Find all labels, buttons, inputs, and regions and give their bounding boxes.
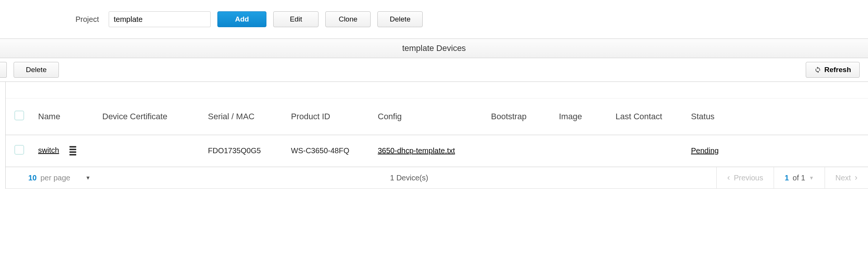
header-cert[interactable]: Device Certificate: [97, 98, 203, 135]
table-row: switch FDO1735Q0G5 WS-C3650-48FQ 3650-dh…: [6, 135, 868, 167]
next-button[interactable]: Next ›: [825, 167, 868, 188]
project-toolbar: Project Add Edit Clone Delete: [0, 0, 868, 38]
page-of: of 1: [793, 174, 805, 182]
previous-label: Previous: [734, 174, 763, 182]
delete-project-button[interactable]: Delete: [377, 11, 423, 27]
cell-image: [554, 135, 610, 167]
header-last-contact[interactable]: Last Contact: [610, 98, 686, 135]
header-product[interactable]: Product ID: [286, 98, 372, 135]
cell-product: WS-C3650-48FQ: [286, 135, 372, 167]
previous-button[interactable]: ‹ Previous: [716, 167, 774, 188]
table-header-row: Name Device Certificate Serial / MAC Pro…: [6, 98, 868, 135]
refresh-button[interactable]: Refresh: [806, 62, 860, 78]
row-checkbox-cell: [6, 135, 33, 167]
cell-last-contact: [610, 135, 686, 167]
per-page-control[interactable]: 10 per page ▼: [6, 167, 102, 188]
pager: 10 per page ▼ 1 Device(s) ‹ Previous 1 o…: [6, 167, 868, 189]
device-table: Name Device Certificate Serial / MAC Pro…: [6, 98, 868, 167]
edit-button[interactable]: Edit: [273, 11, 319, 27]
page-indicator[interactable]: 1 of 1 ▼: [774, 167, 824, 188]
project-label: Project: [75, 15, 99, 24]
pager-summary: 1 Device(s): [102, 167, 716, 188]
header-image[interactable]: Image: [554, 98, 610, 135]
cell-cert: [97, 135, 203, 167]
cell-config: 3650-dhcp-template.txt: [372, 135, 486, 167]
table-spacer: [6, 82, 868, 98]
page-current: 1: [785, 174, 789, 182]
refresh-label: Refresh: [824, 66, 851, 74]
config-link[interactable]: 3650-dhcp-template.txt: [378, 146, 455, 155]
cell-name: switch: [33, 135, 97, 167]
project-input[interactable]: [109, 11, 211, 27]
device-table-wrap: Name Device Certificate Serial / MAC Pro…: [5, 82, 868, 189]
truncated-button[interactable]: [0, 62, 7, 78]
cell-status: Pending: [686, 135, 868, 167]
delete-device-button[interactable]: Delete: [14, 62, 59, 78]
row-checkbox[interactable]: [14, 145, 24, 155]
header-checkbox-cell: [6, 98, 33, 135]
action-row: Delete Refresh: [0, 58, 868, 82]
refresh-icon: [814, 66, 821, 73]
section-title: template Devices: [0, 38, 868, 58]
status-link[interactable]: Pending: [691, 146, 719, 155]
dropdown-triangle-icon: ▼: [809, 175, 814, 181]
device-name-link[interactable]: switch: [38, 146, 59, 154]
chevron-right-icon: ›: [855, 173, 857, 183]
header-config[interactable]: Config: [372, 98, 486, 135]
next-label: Next: [836, 174, 851, 182]
clone-button[interactable]: Clone: [325, 11, 371, 27]
cell-serial: FDO1735Q0G5: [203, 135, 286, 167]
header-serial[interactable]: Serial / MAC: [203, 98, 286, 135]
add-button[interactable]: Add: [217, 11, 266, 27]
stack-icon[interactable]: [69, 146, 76, 155]
chevron-left-icon: ‹: [727, 173, 730, 183]
dropdown-triangle-icon: ▼: [85, 175, 91, 181]
header-name[interactable]: Name: [33, 98, 97, 135]
select-all-checkbox[interactable]: [14, 111, 24, 120]
per-page-label: per page: [40, 174, 70, 182]
header-bootstrap[interactable]: Bootstrap: [486, 98, 554, 135]
header-status[interactable]: Status: [686, 98, 868, 135]
per-page-count: 10: [28, 174, 37, 182]
cell-bootstrap: [486, 135, 554, 167]
